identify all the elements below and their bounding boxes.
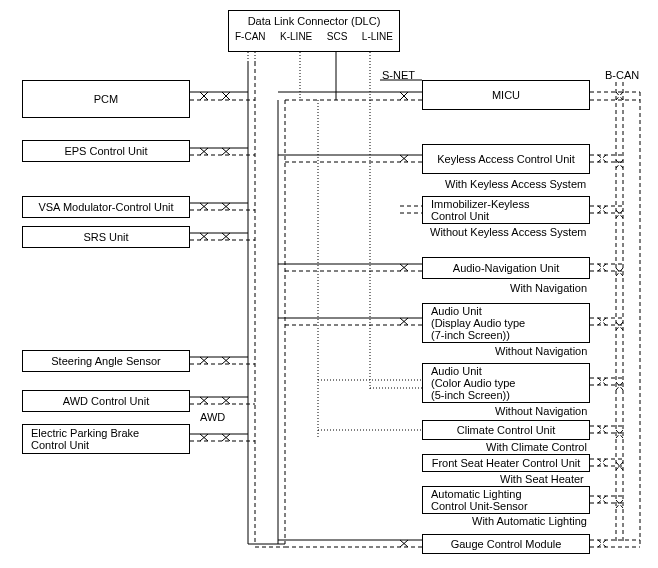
pcm-box: PCM (22, 80, 190, 118)
cond-without-keyless: Without Keyless Access System (430, 226, 587, 238)
svg-line-22 (616, 322, 623, 330)
auto-light-label: Automatic Lighting Control Unit-Sensor (431, 488, 528, 512)
svg-line-36 (200, 92, 208, 100)
svg-line-131 (598, 496, 606, 503)
svg-line-82 (400, 155, 408, 162)
climate-label: Climate Control Unit (457, 424, 555, 436)
svg-line-21 (616, 322, 623, 330)
svg-line-24 (616, 382, 623, 390)
dlc-box: Data Link Connector (DLC) F-CAN K-LINE S… (228, 10, 400, 52)
svg-line-37 (200, 92, 208, 100)
awd-ctrl-box: AWD Control Unit (22, 390, 190, 412)
svg-line-27 (616, 462, 623, 470)
cond-without-nav2: Without Navigation (495, 405, 587, 417)
svg-line-15 (616, 160, 623, 168)
svg-line-132 (598, 496, 606, 503)
svg-line-13 (616, 92, 623, 100)
svg-line-111 (598, 264, 606, 271)
svg-line-43 (200, 148, 208, 155)
svg-line-38 (222, 92, 230, 100)
port-scs: SCS (327, 31, 348, 42)
eps-label: EPS Control Unit (64, 145, 147, 157)
svg-line-127 (598, 459, 606, 466)
svg-line-29 (616, 500, 623, 508)
svg-line-103 (598, 155, 606, 162)
svg-line-67 (200, 397, 208, 404)
seat-heater-box: Front Seat Heater Control Unit (422, 454, 590, 472)
audio-color-label: Audio Unit (Color Audio type (5-inch Scr… (431, 365, 515, 401)
svg-line-83 (400, 155, 408, 162)
svg-line-16 (616, 160, 623, 168)
epb-label: Electric Parking Brake Control Unit (31, 427, 139, 451)
cond-with-keyless: With Keyless Access System (445, 178, 586, 190)
svg-line-23 (616, 382, 623, 390)
svg-line-74 (222, 434, 230, 441)
svg-line-42 (200, 148, 208, 155)
srs-label: SRS Unit (83, 231, 128, 243)
vsa-box: VSA Modulator-Control Unit (22, 196, 190, 218)
svg-line-17 (616, 210, 623, 218)
svg-line-120 (598, 378, 606, 385)
svg-line-116 (598, 318, 606, 325)
port-lline: L-LINE (362, 31, 393, 42)
svg-line-61 (200, 357, 208, 364)
micu-label: MICU (492, 89, 520, 101)
svg-line-75 (222, 434, 230, 441)
svg-line-115 (598, 318, 606, 325)
svg-line-72 (200, 434, 208, 441)
svg-line-25 (616, 430, 623, 438)
port-fcan: F-CAN (235, 31, 266, 42)
snet-label: S-NET (382, 69, 415, 81)
svg-line-49 (200, 203, 208, 210)
svg-line-92 (400, 318, 408, 325)
svg-line-55 (200, 233, 208, 240)
svg-line-50 (222, 203, 230, 210)
svg-line-136 (598, 540, 606, 547)
srs-box: SRS Unit (22, 226, 190, 248)
auto-light-box: Automatic Lighting Control Unit-Sensor (422, 486, 590, 514)
svg-line-89 (400, 264, 408, 271)
svg-line-20 (616, 268, 623, 276)
svg-line-107 (598, 206, 606, 213)
climate-box: Climate Control Unit (422, 420, 590, 440)
svg-line-54 (200, 233, 208, 240)
steering-box: Steering Angle Sensor (22, 350, 190, 372)
svg-line-30 (616, 500, 623, 508)
immobilizer-label: Immobilizer-Keyless Control Unit (431, 198, 529, 222)
svg-line-18 (616, 210, 623, 218)
keyless-box: Keyless Access Control Unit (422, 144, 590, 174)
dlc-title: Data Link Connector (DLC) (233, 15, 395, 27)
audio-disp-box: Audio Unit (Display Audio type (7-inch S… (422, 303, 590, 343)
svg-line-45 (222, 148, 230, 155)
svg-line-108 (598, 206, 606, 213)
svg-line-135 (598, 540, 606, 547)
gauge-label: Gauge Control Module (451, 538, 562, 550)
svg-line-26 (616, 430, 623, 438)
svg-line-93 (400, 318, 408, 325)
svg-line-62 (222, 357, 230, 364)
svg-line-68 (222, 397, 230, 404)
pcm-label: PCM (94, 93, 118, 105)
svg-line-28 (616, 462, 623, 470)
svg-line-51 (222, 203, 230, 210)
audio-disp-label: Audio Unit (Display Audio type (7-inch S… (431, 305, 525, 341)
svg-line-56 (222, 233, 230, 240)
svg-line-112 (598, 264, 606, 271)
svg-line-128 (598, 459, 606, 466)
awd-label: AWD (200, 411, 225, 423)
cond-with-seat-heater: With Seat Heater (500, 473, 584, 485)
svg-line-119 (598, 378, 606, 385)
svg-line-19 (616, 268, 623, 276)
svg-line-44 (222, 148, 230, 155)
svg-line-69 (222, 397, 230, 404)
svg-line-66 (200, 397, 208, 404)
svg-line-124 (598, 426, 606, 433)
seat-heater-label: Front Seat Heater Control Unit (432, 457, 581, 469)
awd-ctrl-label: AWD Control Unit (63, 395, 149, 407)
port-kline: K-LINE (280, 31, 312, 42)
cond-without-nav1: Without Navigation (495, 345, 587, 357)
svg-line-60 (200, 357, 208, 364)
steering-label: Steering Angle Sensor (51, 355, 160, 367)
vsa-label: VSA Modulator-Control Unit (38, 201, 173, 213)
svg-line-57 (222, 233, 230, 240)
